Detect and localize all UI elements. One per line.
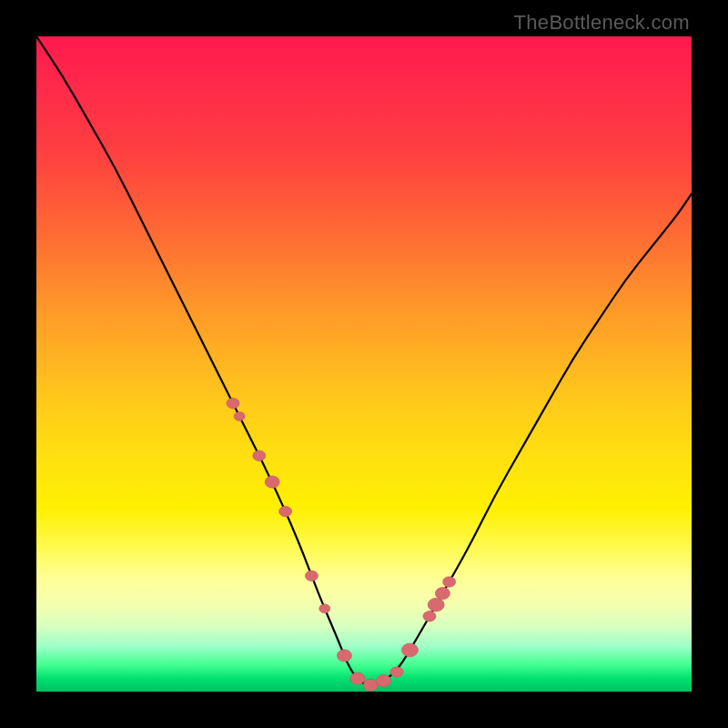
curve-dot: [234, 412, 245, 421]
curve-dot: [390, 667, 403, 677]
chart-svg: [36, 36, 692, 692]
plot-area: [36, 36, 692, 692]
curve-dot: [350, 672, 365, 684]
curve-dot: [253, 450, 266, 460]
curve-dot: [435, 587, 450, 599]
curve-dot: [279, 506, 292, 516]
curve-dot: [337, 650, 351, 662]
curve-dot: [227, 398, 239, 408]
curve-dot: [428, 598, 444, 612]
chart-frame: TheBottleneck.com: [0, 0, 728, 728]
watermark-text: TheBottleneck.com: [514, 11, 690, 35]
curve-dot: [265, 476, 279, 488]
curve-dot: [401, 643, 418, 657]
curve-dot: [443, 577, 456, 587]
curve-dot: [363, 679, 378, 691]
bottleneck-curve: [36, 36, 692, 685]
curve-dot: [377, 674, 391, 686]
curve-dot: [423, 611, 436, 621]
curve-dot: [319, 604, 330, 613]
curve-dot: [305, 571, 318, 581]
